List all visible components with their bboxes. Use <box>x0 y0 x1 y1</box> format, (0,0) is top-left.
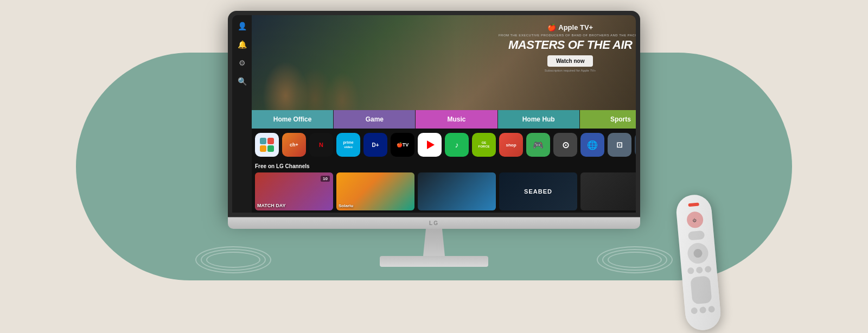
tab-home-office[interactable]: Home Office <box>252 110 334 129</box>
app-lg-apps[interactable] <box>255 133 279 157</box>
user-icon[interactable]: 👤 <box>238 22 247 30</box>
seabed-label: SEABED <box>524 188 552 195</box>
app-geforce-now[interactable]: GEFORCE <box>472 133 496 157</box>
shop-label: shop <box>506 143 516 148</box>
disney-label: D+ <box>372 142 379 148</box>
app-youtube[interactable] <box>418 133 442 157</box>
app-channel-plus[interactable]: ch+ <box>282 133 306 157</box>
hero-banner: 🍎 Apple TV+ FROM THE EXECUTIVE PRODUCERS… <box>252 15 636 110</box>
spotify-label: ♪ <box>455 140 459 149</box>
screen-content: 🍎 Apple TV+ FROM THE EXECUTIVE PRODUCERS… <box>252 15 636 213</box>
free-channels-title: Free on LG Channels <box>255 163 636 169</box>
people-silhouettes <box>252 15 477 110</box>
tab-sports[interactable]: Sports <box>580 110 636 129</box>
apple-icon: 🍎 <box>547 23 556 31</box>
app-mirror[interactable]: ⊡ <box>608 133 631 157</box>
notification-icon[interactable]: 🔔 <box>238 40 247 49</box>
remote-volume-rocker[interactable] <box>690 276 712 304</box>
show-title: MASTERS OF THE AIR <box>484 39 636 51</box>
remote-ffwd-button[interactable] <box>708 306 715 313</box>
youtube-play-icon <box>427 140 435 149</box>
channel-thumb-last[interactable] <box>580 172 636 210</box>
match-day-label: MATCH DAY <box>257 203 286 208</box>
app-search[interactable]: ⊙ <box>553 133 577 157</box>
apple-tv-logo: 🍎 Apple TV+ <box>484 23 636 31</box>
channel-label: ch+ <box>290 142 298 148</box>
monitor-outer: 👤 🔔 ⚙ 🔍 🍎 <box>228 11 640 217</box>
tab-game[interactable]: Game <box>334 110 416 129</box>
sidebar: 👤 🔔 ⚙ 🔍 <box>232 15 252 213</box>
prime-logo: prime video <box>343 140 353 149</box>
apps-row: ch+ N prime video <box>252 129 636 161</box>
remote-media-buttons <box>691 306 715 315</box>
app-netflix[interactable]: N <box>309 133 333 157</box>
watch-now-button[interactable]: Watch now <box>547 55 593 67</box>
remote-back-button[interactable] <box>687 267 694 274</box>
tab-music[interactable]: Music <box>416 110 497 129</box>
app-shop[interactable]: shop <box>499 133 523 157</box>
app-globe[interactable]: 🌐 <box>580 133 604 157</box>
monitor-screen: 👤 🔔 ⚙ 🔍 🍎 <box>232 15 636 213</box>
remote-ir-indicator <box>688 203 699 207</box>
monitor-chin: LG <box>228 217 640 229</box>
scene: 👤 🔔 ⚙ 🔍 🍎 <box>0 0 868 333</box>
search-app-label: ⊙ <box>562 140 569 150</box>
apple-tv-label: 🍎TV <box>397 142 409 148</box>
globe-label: 🌐 <box>587 140 598 150</box>
solariu-label: Solariu <box>339 203 353 208</box>
remote-menu-button[interactable] <box>704 266 711 273</box>
monitor-stand-neck <box>420 229 448 256</box>
remote-quick-buttons <box>687 266 711 274</box>
channel-thumb-seabed[interactable]: SEABED <box>499 172 577 210</box>
channel-thumb-solariu[interactable]: Solariu <box>336 172 414 210</box>
app-prime-video[interactable]: prime video <box>336 133 360 157</box>
tv-plus-text: Apple TV+ <box>558 23 593 31</box>
games-label: 🎮 <box>533 140 544 150</box>
tab-home-hub[interactable]: Home Hub <box>498 110 580 129</box>
settings-icon[interactable]: ⚙ <box>239 59 246 67</box>
from-producers-text: FROM THE EXECUTIVE PRODUCERS OF BAND OF … <box>484 34 636 37</box>
netflix-label: N <box>319 142 323 148</box>
monitor-wrapper: 👤 🔔 ⚙ 🔍 🍎 <box>228 11 640 267</box>
app-games[interactable]: 🎮 <box>526 133 550 157</box>
app-spotify[interactable]: ♪ <box>445 133 469 157</box>
channel-thumbnails: 10 MATCH DAY Solariu <box>255 172 636 210</box>
remote-mute-button[interactable] <box>688 230 705 241</box>
search-icon[interactable]: 🔍 <box>238 77 247 86</box>
remote-play-button[interactable] <box>699 306 706 313</box>
hero-text-area: 🍎 Apple TV+ FROM THE EXECUTIVE PRODUCERS… <box>484 23 636 72</box>
app-edit[interactable]: ✎ <box>635 133 636 157</box>
remote-rewind-button[interactable] <box>691 308 698 315</box>
subscription-note: Subscription required for Apple TV+ <box>484 69 636 72</box>
apps-grid <box>257 135 277 155</box>
channel-thumb-match-day[interactable]: 10 MATCH DAY <box>255 172 333 210</box>
remote-ok-button[interactable] <box>693 248 702 258</box>
remote-dpad[interactable] <box>686 242 709 264</box>
remote-power-button[interactable]: ⏻ <box>686 211 704 229</box>
lg-brand-logo: LG <box>429 220 439 226</box>
app-disney-plus[interactable]: D+ <box>363 133 387 157</box>
channel-thumb-swim[interactable] <box>418 172 496 210</box>
monitor-stand-base <box>380 256 488 267</box>
geforce-label: GEFORCE <box>478 141 490 148</box>
mirror-label: ⊡ <box>616 140 623 149</box>
free-channels-section: Free on LG Channels 10 MATCH DAY Solariu <box>252 161 636 213</box>
remote-home-button[interactable] <box>695 266 703 273</box>
app-apple-tv[interactable]: 🍎TV <box>391 133 414 157</box>
category-tabs: Home Office Game Music Home Hub Sports <box>252 110 636 129</box>
